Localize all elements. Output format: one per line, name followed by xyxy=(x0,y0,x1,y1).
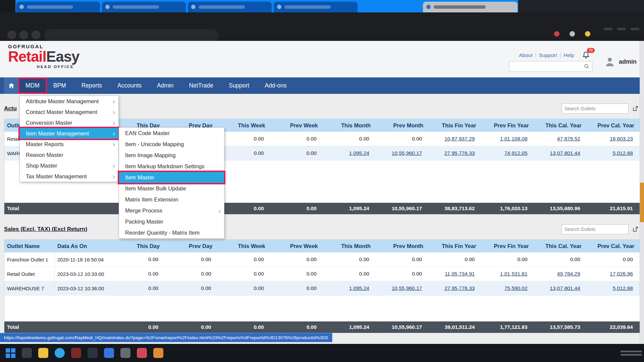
menu-item-packing-master[interactable]: Packing Master xyxy=(119,216,224,227)
cell-value[interactable]: 13,07,801.44 xyxy=(534,285,587,291)
column-header-outlet-name[interactable]: Outlet Name xyxy=(4,243,55,249)
extension-icon[interactable] xyxy=(585,31,590,37)
nav-item-nettrade[interactable]: NetTrade xyxy=(181,77,221,94)
section1-search-input[interactable] xyxy=(561,104,629,114)
menu-item-merge-process[interactable]: Merge Process› xyxy=(119,205,224,216)
home-button[interactable] xyxy=(4,77,19,94)
nav-item-admin[interactable]: Admin xyxy=(149,77,181,94)
column-header-prev-month[interactable]: Prev Month xyxy=(376,243,429,249)
menu-item-item-markup-markdown-settings[interactable]: Item Markup Markdown Settings xyxy=(119,161,224,172)
menu-item-item-image-mapping[interactable]: Item Image Mapping xyxy=(119,150,224,161)
user-menu[interactable]: admin xyxy=(604,56,637,68)
window-controls-area[interactable] xyxy=(518,0,644,12)
menu-item-matrix-item-extension[interactable]: Matrix Item Extension xyxy=(119,194,224,205)
column-header-this-week[interactable]: This Week xyxy=(218,243,270,249)
menu-item-item-unicode-mapping[interactable]: Item - Unicode Mapping xyxy=(119,139,224,150)
search-icon[interactable] xyxy=(584,63,590,69)
nav-item-accounts[interactable]: Accounts xyxy=(110,77,149,94)
cell-value[interactable]: 16,603.23 xyxy=(587,136,640,142)
cell-value[interactable]: 49,784.29 xyxy=(534,271,587,277)
menu-item-reason-master[interactable]: Reason Master xyxy=(20,149,118,160)
column-header-prev-week[interactable]: Prev Week xyxy=(271,243,323,249)
column-header-this-week[interactable]: This Week xyxy=(218,122,270,129)
cell-value[interactable]: 75,590.02 xyxy=(481,285,534,291)
column-header-this-day[interactable]: This Day xyxy=(112,243,165,249)
back-icon[interactable] xyxy=(7,31,16,39)
cell-value[interactable]: 1,01,108.08 xyxy=(481,136,534,142)
taskbar-app-icon[interactable] xyxy=(104,348,114,358)
menu-item-item-master-management[interactable]: Item Master Management› xyxy=(20,128,118,139)
browser-tab[interactable] xyxy=(16,2,100,12)
browser-tab-active[interactable] xyxy=(423,2,518,12)
support-link[interactable]: Support xyxy=(536,52,560,58)
taskbar-edge-icon[interactable] xyxy=(55,348,65,358)
system-tray[interactable] xyxy=(621,351,642,356)
nav-item-mdm[interactable]: MDM xyxy=(19,79,46,93)
cell-value[interactable]: 13,07,801.44 xyxy=(534,150,587,156)
column-header-this-fin-year[interactable]: This Fin Year xyxy=(429,243,481,249)
cell-value[interactable]: 17,026.96 xyxy=(587,271,640,277)
column-header-prev-cal-year[interactable]: Prev Cal. Year xyxy=(587,243,640,249)
column-header-prev-week[interactable]: Prev Week xyxy=(271,122,323,129)
column-header-prev-fin-year[interactable]: Prev Fin Year xyxy=(481,243,534,249)
close-icon[interactable] xyxy=(631,28,639,30)
cell-value[interactable]: 1,01,531.81 xyxy=(481,271,534,277)
cell-value[interactable]: 27,95,776.33 xyxy=(429,285,481,291)
reload-icon[interactable] xyxy=(32,31,40,39)
cell-value[interactable]: 1,095.24 xyxy=(323,150,376,156)
extension-icon[interactable] xyxy=(554,31,559,37)
section2-search-input[interactable] xyxy=(561,224,629,234)
browser-tab[interactable] xyxy=(102,2,186,12)
cell-value[interactable]: 1,095.24 xyxy=(323,285,376,291)
about-link[interactable]: About xyxy=(516,52,536,58)
maximize-icon[interactable] xyxy=(617,28,626,30)
cell-value[interactable]: 47,879.52 xyxy=(534,136,587,142)
menu-item-reorder-quantity-matrix-item[interactable]: Reorder Quantity - Matrix Item xyxy=(119,227,224,238)
cell-value[interactable]: 27,95,776.33 xyxy=(429,150,481,156)
cell-value[interactable]: 74,912.05 xyxy=(481,150,534,156)
open-in-new-icon[interactable] xyxy=(632,105,639,112)
taskbar-search-icon[interactable] xyxy=(22,348,32,358)
minimize-icon[interactable] xyxy=(604,28,612,30)
taskbar-app-icon[interactable] xyxy=(71,348,81,358)
menu-item-contact-master-management[interactable]: Contact Master Management› xyxy=(20,107,118,117)
nav-item-bpm[interactable]: BPM xyxy=(46,77,74,94)
nav-item-reports[interactable]: Reports xyxy=(74,77,110,94)
menu-item-master-reports[interactable]: Master Reports› xyxy=(20,139,118,149)
start-button[interactable] xyxy=(5,348,15,358)
page-scrollbar[interactable] xyxy=(640,41,644,344)
extension-icon[interactable] xyxy=(570,31,575,37)
taskbar-app-icon[interactable] xyxy=(153,348,163,358)
taskbar-folder-icon[interactable] xyxy=(38,348,48,358)
column-header-prev-month[interactable]: Prev Month xyxy=(376,122,429,129)
cell-value[interactable]: 10,55,960.17 xyxy=(376,150,429,156)
scrollbar-thumb[interactable] xyxy=(640,183,644,222)
help-link[interactable]: Help xyxy=(560,52,577,58)
column-header-this-month[interactable]: This Month xyxy=(323,243,376,249)
column-header-this-cal-year[interactable]: This Cal. Year xyxy=(534,122,587,129)
menu-item-shop-master[interactable]: Shop Master› xyxy=(20,160,118,171)
global-search-input[interactable] xyxy=(509,64,584,69)
cell-value[interactable]: 10,87,937.29 xyxy=(429,136,481,142)
column-header-data-as-on[interactable]: Data As On xyxy=(55,243,112,249)
column-header-prev-cal-year[interactable]: Prev Cal. Year xyxy=(587,122,640,129)
column-header-this-month[interactable]: This Month xyxy=(323,122,376,129)
cell-value[interactable]: 5,012.68 xyxy=(587,150,640,156)
column-header-this-cal-year[interactable]: This Cal. Year xyxy=(534,243,587,249)
column-header-prev-fin-year[interactable]: Prev Fin Year xyxy=(481,122,534,129)
cell-value[interactable]: 11,05,734.91 xyxy=(429,271,481,277)
menu-item-tax-master-management[interactable]: Tax Master Management› xyxy=(20,171,118,182)
menu-item-item-master-bulk-update[interactable]: Item Master Bulk Update xyxy=(119,183,224,194)
menu-item-item-master[interactable]: Item Master xyxy=(119,172,224,183)
open-in-new-icon[interactable] xyxy=(632,226,639,233)
taskbar-app-icon[interactable] xyxy=(137,348,147,358)
taskbar-app-icon[interactable] xyxy=(120,348,130,358)
nav-item-support[interactable]: Support xyxy=(221,77,257,94)
cell-value[interactable]: 5,012.68 xyxy=(587,285,640,291)
nav-item-add-ons[interactable]: Add-ons xyxy=(257,77,294,94)
address-bar[interactable] xyxy=(44,29,219,42)
cell-value[interactable]: 10,55,960.17 xyxy=(376,285,429,291)
browser-tab[interactable] xyxy=(274,2,358,12)
taskbar-app-icon[interactable] xyxy=(88,348,98,358)
notifications-button[interactable]: 71 xyxy=(582,51,591,60)
